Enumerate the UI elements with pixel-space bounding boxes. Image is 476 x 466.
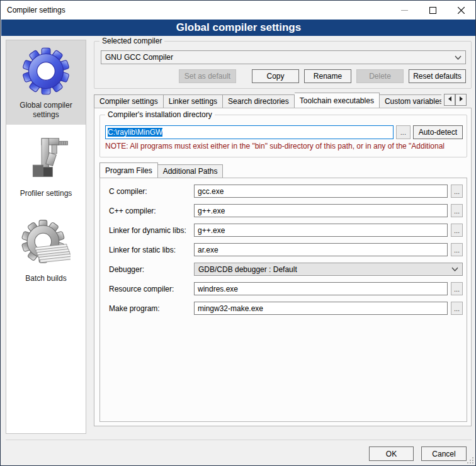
sidebar-item-label: Global compiler settings — [8, 101, 84, 120]
compiler-actions: Set as default Copy Rename Delete Reset … — [94, 69, 466, 83]
field-label: Make program: — [109, 304, 194, 313]
minimize-button[interactable] — [390, 1, 419, 20]
chevron-down-icon — [451, 267, 458, 271]
tab-custom-variables[interactable]: Custom variables — [380, 94, 441, 108]
linker-static-browse-button[interactable]: ... — [451, 243, 463, 256]
close-button[interactable] — [447, 1, 475, 20]
grey-gear-stack-icon — [21, 217, 71, 271]
tab-compiler-settings[interactable]: Compiler settings — [94, 94, 164, 108]
selected-compiler-group: Selected compiler GNU GCC Compiler Set a… — [94, 41, 472, 89]
window-title: Compiler settings — [7, 6, 65, 14]
settings-tab-bar: Compiler settings Linker settings Search… — [94, 93, 472, 108]
linker-dynamic-input[interactable] — [194, 224, 448, 237]
minimize-icon — [401, 7, 408, 14]
selected-compiler-group-label: Selected compiler — [99, 37, 164, 45]
chevron-down-icon — [455, 55, 462, 60]
installation-directory-group-label: Compiler's installation directory — [105, 110, 215, 119]
field-row-linker-static: Linker for static libs: ... — [100, 243, 467, 256]
settings-category-list: Global compiler settings — [6, 40, 86, 434]
tab-linker-settings[interactable]: Linker settings — [164, 94, 223, 108]
sidebar-item-profiler-settings[interactable]: Profiler settings — [6, 128, 86, 203]
blue-gear-icon — [21, 44, 71, 98]
title-bar[interactable]: Compiler settings — [1, 1, 475, 20]
dialog-header: Global compiler settings — [1, 20, 476, 36]
field-row-c-compiler: C compiler: ... — [100, 185, 467, 198]
sidebar-item-label: Batch builds — [25, 274, 66, 283]
debugger-value: GDB/CDB debugger : Default — [198, 265, 297, 274]
settings-tab-strip: Compiler settings Linker settings Search… — [94, 93, 441, 108]
dialog-header-title: Global compiler settings — [176, 21, 301, 34]
ok-button[interactable]: OK — [369, 446, 414, 461]
field-row-linker-dynamic: Linker for dynamic libs: ... — [100, 224, 467, 237]
reset-defaults-button[interactable]: Reset defaults — [409, 69, 466, 83]
tab-program-files[interactable]: Program Files — [99, 162, 158, 178]
installation-directory-row: C:\raylib\MinGW ... Auto-detect — [105, 125, 463, 139]
sidebar-item-global-compiler-settings[interactable]: Global compiler settings — [6, 40, 86, 125]
arrow-left-icon — [448, 96, 452, 101]
cpp-compiler-browse-button[interactable]: ... — [451, 204, 463, 217]
toolchain-executables-page: Compiler's installation directory C:\ray… — [94, 108, 472, 426]
make-program-browse-button[interactable]: ... — [451, 302, 463, 315]
browse-directory-button[interactable]: ... — [396, 125, 411, 139]
linker-dynamic-browse-button[interactable]: ... — [451, 224, 463, 237]
rename-button[interactable]: Rename — [304, 69, 351, 83]
maximize-icon — [429, 7, 436, 14]
caliper-icon — [21, 132, 71, 186]
tab-scroll-left-button[interactable] — [444, 94, 455, 106]
field-label: C compiler: — [109, 187, 194, 196]
linker-static-input[interactable] — [194, 243, 448, 256]
field-label: Resource compiler: — [109, 285, 194, 293]
cancel-button[interactable]: Cancel — [421, 446, 467, 461]
delete-button[interactable]: Delete — [356, 69, 404, 83]
field-row-debugger: Debugger: GDB/CDB debugger : Default — [100, 263, 467, 276]
arrow-right-icon — [459, 96, 463, 101]
installation-directory-input[interactable]: C:\raylib\MinGW — [105, 125, 394, 139]
copy-button[interactable]: Copy — [252, 69, 299, 83]
auto-detect-button[interactable]: Auto-detect — [413, 125, 463, 139]
close-icon — [458, 7, 465, 14]
program-files-panel: C compiler: ... C++ compiler: ... Linker… — [99, 178, 467, 422]
c-compiler-browse-button[interactable]: ... — [451, 185, 463, 198]
resource-compiler-browse-button[interactable]: ... — [451, 282, 463, 295]
selected-compiler-value: GNU GCC Compiler — [105, 53, 173, 62]
tab-toolchain-executables[interactable]: Toolchain executables — [295, 93, 380, 108]
tab-scroll-right-button[interactable] — [455, 94, 467, 106]
make-program-input[interactable] — [194, 302, 448, 315]
resource-compiler-input[interactable] — [194, 282, 448, 295]
installation-directory-group: Compiler's installation directory C:\ray… — [99, 115, 467, 157]
c-compiler-input[interactable] — [194, 185, 448, 198]
field-label: Linker for dynamic libs: — [109, 226, 194, 235]
field-label: C++ compiler: — [109, 207, 194, 215]
tab-additional-paths[interactable]: Additional Paths — [158, 164, 224, 178]
installation-note-text: NOTE: All programs must exist either in … — [105, 142, 467, 151]
field-label: Linker for static libs: — [109, 246, 194, 254]
field-row-resource-compiler: Resource compiler: ... — [100, 282, 467, 295]
resize-grip[interactable] — [467, 457, 473, 463]
selected-compiler-dropdown[interactable]: GNU GCC Compiler — [101, 50, 466, 64]
debugger-dropdown[interactable]: GDB/CDB debugger : Default — [194, 263, 463, 276]
tab-scroll-buttons — [444, 94, 467, 106]
sidebar-item-batch-builds[interactable]: Batch builds — [6, 213, 86, 288]
set-as-default-button[interactable]: Set as default — [179, 69, 236, 83]
cpp-compiler-input[interactable] — [194, 204, 448, 217]
tab-search-directories[interactable]: Search directories — [223, 94, 295, 108]
sidebar-item-label: Profiler settings — [20, 189, 72, 198]
field-row-cpp-compiler: C++ compiler: ... — [100, 204, 467, 217]
maximize-button[interactable] — [419, 1, 447, 20]
program-tab-bar: Program Files Additional Paths — [99, 162, 467, 178]
field-row-make-program: Make program: ... — [100, 302, 467, 315]
compiler-settings-dialog: Compiler settings Global compiler settin… — [0, 0, 476, 466]
field-label: Debugger: — [109, 265, 194, 274]
installation-directory-selected-text: C:\raylib\MinGW — [108, 128, 162, 137]
footer-divider — [6, 440, 472, 440]
